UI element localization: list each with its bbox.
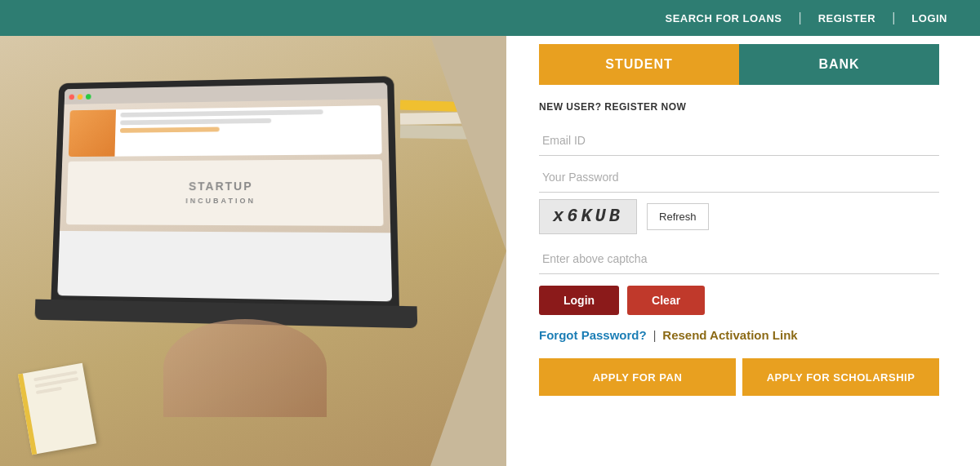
main-content: STARTUPINCUBATION STUDENT: [0, 36, 980, 466]
password-field-wrapper: [539, 162, 939, 199]
apply-pan-button[interactable]: APPLY FOR PAN: [539, 358, 736, 396]
bank-tab[interactable]: BANK: [739, 44, 939, 85]
user-type-tabs: STUDENT BANK: [539, 36, 939, 85]
captcha-image: x6KUB: [539, 199, 637, 234]
login-link[interactable]: LOGIN: [895, 12, 964, 24]
divider-2: |: [892, 11, 895, 25]
captcha-section: x6KUB Refresh: [539, 199, 939, 234]
email-input[interactable]: [539, 126, 939, 156]
apply-scholarship-button[interactable]: APPLY FOR SCHOLARSHIP: [742, 358, 939, 396]
new-user-label: NEW USER? REGISTER NOW: [539, 101, 939, 113]
divider-1: |: [799, 11, 802, 25]
hand: [163, 319, 327, 417]
student-tab[interactable]: STUDENT: [539, 44, 739, 85]
email-field-wrapper: [539, 126, 939, 162]
refresh-button[interactable]: Refresh: [647, 203, 709, 230]
login-form-panel: STUDENT BANK NEW USER? REGISTER NOW x6KU…: [506, 36, 980, 466]
resend-activation-link[interactable]: Resend Activation Link: [662, 328, 797, 342]
search-for-loans-link[interactable]: SEARCH FOR LOANS: [648, 12, 798, 24]
password-input[interactable]: [539, 162, 939, 193]
notebook: [18, 363, 96, 455]
account-links: Forgot Password? | Resend Activation Lin…: [539, 328, 939, 342]
laptop: STARTUPINCUBATION: [50, 76, 399, 327]
top-nav: SEARCH FOR LOANS | REGISTER | LOGIN: [0, 0, 980, 36]
clear-button[interactable]: Clear: [627, 286, 705, 315]
laptop-screen: STARTUPINCUBATION: [57, 82, 392, 301]
forgot-password-link[interactable]: Forgot Password?: [539, 328, 647, 342]
captcha-field-wrapper: [539, 244, 939, 274]
register-link[interactable]: REGISTER: [802, 12, 892, 24]
cta-buttons: APPLY FOR PAN APPLY FOR SCHOLARSHIP: [539, 358, 939, 396]
action-buttons: Login Clear: [539, 286, 939, 315]
login-button[interactable]: Login: [539, 286, 619, 315]
hero-image: STARTUPINCUBATION: [0, 36, 506, 466]
links-divider: |: [653, 329, 657, 342]
captcha-input[interactable]: [539, 244, 939, 274]
books: [400, 101, 474, 139]
